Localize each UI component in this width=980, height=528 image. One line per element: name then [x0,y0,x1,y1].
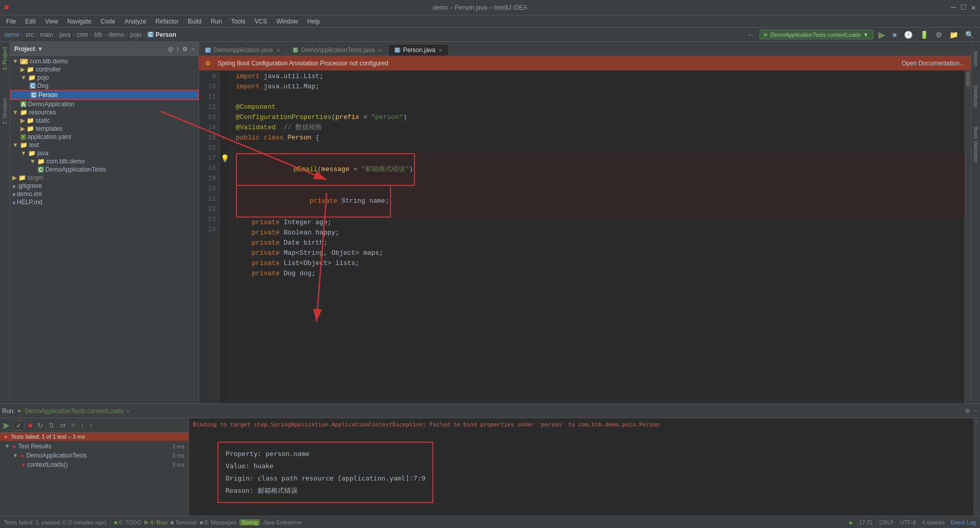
java-enterprise-item[interactable]: Java Enterprise [263,519,302,525]
menu-window[interactable]: Window [272,17,302,26]
tree-item-demo-app-tests[interactable]: C DemoApplicationTests [10,165,199,174]
demoapplicationtests-close[interactable]: ✕ [378,47,382,53]
run-config-selector[interactable]: ▶ DemoApplicationTests.contextLoads ▼ [760,30,873,39]
tree-item-templates[interactable]: ▶ 📁 templates [10,125,199,133]
tree-item-demo-iml[interactable]: ■ demo.iml [10,190,199,198]
bottom-minimize-icon[interactable]: − [974,407,978,415]
tree-item-gitignore[interactable]: ■ .gitignore [10,182,199,190]
crlf-indicator[interactable]: CRLF [879,519,894,525]
scroll-up-arrow[interactable]: ↑ [975,419,979,425]
breadcrumb-demo2[interactable]: demo [109,31,124,38]
test-item-context-loads[interactable]: ● contextLoads() 3 ms [0,460,188,469]
menu-vcs[interactable]: VCS [251,17,272,26]
breadcrumb-main[interactable]: main [40,31,53,38]
tree-item-pojo[interactable]: ▼ 📁 pojo [10,74,199,82]
tree-item-resources[interactable]: ▼ 📁 resources [10,108,199,116]
tab-demoapplicationtests[interactable]: C DemoApplicationTests.java ✕ [287,44,389,56]
up-button[interactable]: ↑ [88,420,94,430]
code-area[interactable]: 9 10 11 12 13 14 15 16 17 18 19 20 21 22… [199,70,971,403]
tree-item-test-com-blb-demo[interactable]: ▼ 📁 com.blb.demo [10,157,199,165]
back-button[interactable]: ← [745,30,756,40]
database-label[interactable]: Database [972,84,979,110]
coverage-button[interactable]: 🔋 [918,30,930,40]
menu-help[interactable]: Help [303,17,324,26]
run-tests-button[interactable]: ▶ [2,419,11,431]
tree-item-help-md[interactable]: ■ HELP.md [10,198,199,206]
expand-icon[interactable]: ↕ [176,45,179,53]
breadcrumb-com[interactable]: com [77,31,88,38]
test-item-demo-app-tests[interactable]: ▼ ● DemoApplicationTests 3 ms [0,451,188,460]
breadcrumb-blb[interactable]: blb [94,31,103,38]
tree-item-com-blb-demo[interactable]: ▼ 📁 com.blb.demo [10,57,199,65]
demoapplication-close[interactable]: ✕ [276,47,280,53]
menu-edit[interactable]: Edit [21,17,40,26]
locate-icon[interactable]: ◎ [168,45,173,53]
run-tab-close[interactable]: ✕ [127,408,130,414]
event-log-indicator[interactable]: Event Log [950,519,976,525]
breadcrumb-demo[interactable]: demo [4,31,19,38]
structure-panel-toggle[interactable]: 2: Structure [1,95,9,128]
test-results-root[interactable]: ▼ ● Test Results 3 ms [0,442,188,451]
indent-indicator[interactable]: 4 spaces [922,519,944,525]
breadcrumb-src[interactable]: src [26,31,34,38]
tree-item-test[interactable]: ▼ 📁 test [10,141,199,149]
run-status-item[interactable]: ▶ 4: Run [144,519,167,525]
minimize-button[interactable]: — [951,3,956,12]
stop-button[interactable]: ■ [27,420,34,430]
person-close[interactable]: ✕ [438,47,443,53]
settings-button[interactable]: ⚙ [934,30,944,40]
minimize-panel-icon[interactable]: − [191,45,194,53]
bottom-settings-icon[interactable]: ⚙ [965,406,969,415]
line-col-indicator[interactable]: 17:31 [859,519,873,525]
bean-validation-label[interactable]: Bean Validation [972,125,979,164]
scroll-down-arrow[interactable]: ↓ [975,509,979,515]
messages-item[interactable]: ■ 0: Messages [200,519,236,525]
tree-item-controller[interactable]: ▶ 📁 controller [10,65,199,74]
fold-icon-15[interactable]: ⊢ [223,135,226,141]
search-everywhere[interactable]: 🔍 [963,30,976,40]
tree-item-application-yaml[interactable]: Y application.yaml [10,133,199,141]
menu-tools[interactable]: Tools [227,17,250,26]
project-panel-toggle[interactable]: 1: Project [1,44,9,74]
menu-analyze[interactable]: Analyze [120,17,151,26]
run-tab-name[interactable]: DemoApplicationTests.contextLoads [25,407,124,415]
menu-code[interactable]: Code [96,17,119,26]
project-dropdown[interactable]: ▼ [37,45,43,53]
tree-item-test-java[interactable]: ▼ 📁 java [10,149,199,157]
menu-refactor[interactable]: Refactor [152,17,183,26]
rerun-button[interactable]: ↻ [36,420,45,430]
tree-item-static[interactable]: ▶ 📁 static [10,116,199,125]
terminal-item[interactable]: ■ Terminal [170,519,197,525]
tree-item-target[interactable]: ▶ 📁 target [10,174,199,182]
profile-button[interactable]: 🕐 [902,30,915,40]
debug-button[interactable]: ■ [891,30,899,40]
filter-button[interactable]: = [69,420,77,430]
menu-navigate[interactable]: Navigate [63,17,95,26]
menu-build[interactable]: Build [184,17,206,26]
settings-icon[interactable]: ⚙ [182,45,188,53]
menu-view[interactable]: View [41,17,62,26]
editor-scrollbar[interactable] [965,70,971,403]
sort-duration-button[interactable]: ⇄ [58,420,67,430]
encoding-indicator[interactable]: UTF-8 [900,519,916,525]
tree-item-demoapplication[interactable]: A DemoApplication [10,100,199,108]
menu-file[interactable]: File [2,17,20,26]
open-documentation-link[interactable]: Open Documentation... [902,60,965,67]
breadcrumb-java[interactable]: java [59,31,70,38]
maven-label[interactable]: Maven [972,49,979,68]
close-button[interactable]: ✕ [971,3,976,13]
recent-files[interactable]: 📁 [947,30,960,40]
tab-demoapplication[interactable]: C DemoApplication.java ✕ [199,44,287,56]
spring-item[interactable]: Spring [239,519,260,525]
scrollbar-thumb[interactable] [966,71,970,87]
todo-item[interactable]: ■ 6: TODO [114,519,141,525]
run-button[interactable]: ▶ [876,28,888,41]
maximize-button[interactable]: □ [961,3,966,12]
expand-test-tree[interactable]: ↕ [79,420,86,430]
lightbulb-icon[interactable]: 💡 [220,154,229,163]
code-content[interactable]: import java.util.List; import java.util.… [231,70,965,403]
tree-item-dog[interactable]: C Dog [10,82,199,90]
check-button[interactable]: ✓ [13,420,24,430]
console-scrollbar[interactable]: ↑ ↓ [974,418,980,516]
sort-az-button[interactable]: ⇅ [47,420,56,430]
